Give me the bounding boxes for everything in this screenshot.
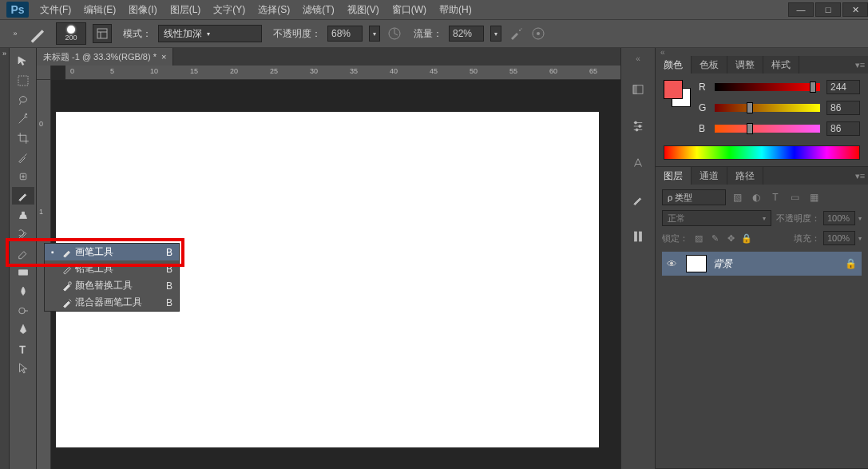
menu-view[interactable]: 视图(V) (341, 0, 386, 19)
magic-wand-tool[interactable] (12, 110, 34, 128)
ruler-horizontal[interactable]: 0 5 10 15 20 25 30 35 40 45 50 55 60 65 (65, 66, 620, 80)
context-color-replacement-tool[interactable]: 颜色替换工具 B (45, 277, 179, 294)
layer-visibility-icon[interactable]: 👁 (667, 258, 680, 270)
svg-rect-19 (640, 232, 642, 241)
svg-point-16 (639, 125, 641, 128)
flow-arrow[interactable]: ▾ (490, 26, 501, 42)
context-mixer-brush-tool[interactable]: 混合器画笔工具 B (45, 294, 179, 311)
channels-tab[interactable]: 通道 (692, 167, 727, 185)
type-tool[interactable]: T (12, 340, 34, 358)
eraser-tool[interactable] (12, 244, 34, 262)
flow-input[interactable]: 82% (449, 26, 484, 42)
history-brush-tool[interactable] (12, 225, 34, 243)
lasso-tool[interactable] (12, 91, 34, 109)
svg-point-2 (519, 30, 521, 31)
filter-pixel-icon[interactable]: ▧ (731, 191, 743, 204)
r-input[interactable]: 244 (826, 80, 860, 94)
paths-tab[interactable]: 路径 (727, 167, 763, 185)
menu-image[interactable]: 图像(I) (122, 0, 163, 19)
menu-help[interactable]: 帮助(H) (433, 0, 478, 19)
tool-preset-icon[interactable] (27, 24, 50, 43)
dodge-tool[interactable] (12, 302, 34, 320)
swatches-tab[interactable]: 色板 (692, 56, 727, 74)
layers-tab[interactable]: 图层 (656, 167, 692, 185)
styles-tab[interactable]: 样式 (763, 56, 799, 74)
window-close-button[interactable]: ✕ (842, 2, 868, 17)
layer-opacity-input[interactable]: 100% (823, 211, 855, 225)
layer-fill-label: 填充： (794, 233, 820, 244)
g-input[interactable]: 86 (826, 101, 860, 115)
menu-type[interactable]: 文字(Y) (207, 0, 252, 19)
window-minimize-button[interactable]: — (788, 2, 814, 17)
layer-thumbnail[interactable] (686, 255, 707, 272)
character-panel-icon[interactable] (628, 153, 648, 173)
panels-collapse[interactable]: « (656, 48, 868, 56)
eyedropper-tool[interactable] (12, 149, 34, 166)
toolbox-collapse-strip[interactable]: » (0, 48, 10, 469)
brush-panel-toggle[interactable] (93, 24, 112, 43)
layer-name[interactable]: 背景 (713, 257, 838, 271)
flow-label: 流量： (414, 27, 442, 41)
b-input[interactable]: 86 (826, 121, 860, 136)
filter-smart-icon[interactable]: ▦ (807, 191, 820, 204)
svg-rect-6 (18, 76, 28, 85)
layer-item-background[interactable]: 👁 背景 🔒 (662, 252, 862, 276)
filter-adjustment-icon[interactable]: ◐ (750, 191, 763, 204)
menu-layer[interactable]: 图层(L) (164, 0, 208, 19)
properties-panel-icon[interactable] (628, 116, 648, 137)
adjustments-tab[interactable]: 调整 (727, 56, 763, 74)
context-brush-tool[interactable]: ▪ 画笔工具 B (45, 244, 179, 260)
color-swatch-pair[interactable] (664, 80, 691, 107)
foreground-color-swatch[interactable] (664, 80, 683, 99)
context-pencil-tool[interactable]: 铅笔工具 B (45, 260, 179, 277)
lock-all-icon[interactable]: 🔒 (741, 233, 752, 244)
blur-tool[interactable] (12, 283, 34, 300)
color-tab[interactable]: 颜色 (656, 56, 692, 74)
lock-transparent-icon[interactable]: ▨ (693, 233, 704, 244)
r-slider[interactable] (715, 83, 820, 91)
menu-window[interactable]: 窗口(W) (386, 0, 433, 19)
menu-edit[interactable]: 编辑(E) (77, 0, 122, 19)
opacity-arrow[interactable]: ▾ (369, 26, 380, 42)
pressure-opacity-icon[interactable] (386, 26, 402, 42)
marquee-tool[interactable] (12, 72, 34, 89)
layers-panel-menu[interactable]: ▾≡ (852, 167, 868, 185)
menu-file[interactable]: 文件(F) (34, 0, 77, 19)
g-slider[interactable] (715, 104, 820, 112)
layer-fill-input[interactable]: 100% (823, 231, 855, 245)
document-tab-close[interactable]: × (161, 52, 166, 62)
airbrush-icon[interactable] (508, 26, 524, 42)
pressure-size-icon[interactable] (530, 26, 546, 42)
crop-tool[interactable] (12, 129, 34, 147)
window-maximize-button[interactable]: □ (815, 2, 841, 17)
gradient-tool[interactable] (12, 264, 34, 281)
rail-collapse[interactable]: « (636, 54, 640, 63)
move-tool[interactable] (12, 53, 34, 70)
opacity-label: 不透明度： (273, 27, 321, 41)
history-panel-icon[interactable] (628, 79, 648, 100)
filter-type-icon[interactable]: T (769, 191, 782, 204)
pen-tool[interactable] (12, 321, 34, 339)
lock-position-icon[interactable]: ✥ (725, 233, 736, 244)
brush-presets-panel-icon[interactable] (628, 226, 648, 247)
color-spectrum[interactable] (664, 145, 860, 160)
blend-mode-dropdown[interactable]: 线性加深▾ (158, 25, 262, 42)
options-collapse-left[interactable]: » (10, 19, 21, 48)
brush-panel-icon[interactable] (628, 189, 648, 210)
color-panel-menu[interactable]: ▾≡ (852, 56, 868, 74)
layer-kind-filter[interactable]: ρ 类型 (662, 189, 726, 205)
b-slider[interactable] (715, 125, 820, 133)
menu-filter[interactable]: 滤镜(T) (296, 0, 340, 19)
filter-shape-icon[interactable]: ▭ (788, 191, 801, 204)
menu-select[interactable]: 选择(S) (252, 0, 296, 19)
brush-preset-picker[interactable]: 200 (56, 22, 86, 45)
brush-tool[interactable] (12, 187, 34, 205)
svg-rect-14 (633, 85, 637, 94)
path-selection-tool[interactable] (12, 360, 34, 377)
clone-stamp-tool[interactable] (12, 206, 34, 224)
lock-pixels-icon[interactable]: ✎ (709, 233, 720, 244)
healing-brush-tool[interactable] (12, 168, 34, 185)
layer-blend-dropdown[interactable]: 正常▾ (662, 210, 771, 226)
opacity-input[interactable]: 68% (327, 26, 363, 42)
document-tab[interactable]: 未标题 -1 @ 33.3%(RGB/8) * × (37, 48, 173, 66)
